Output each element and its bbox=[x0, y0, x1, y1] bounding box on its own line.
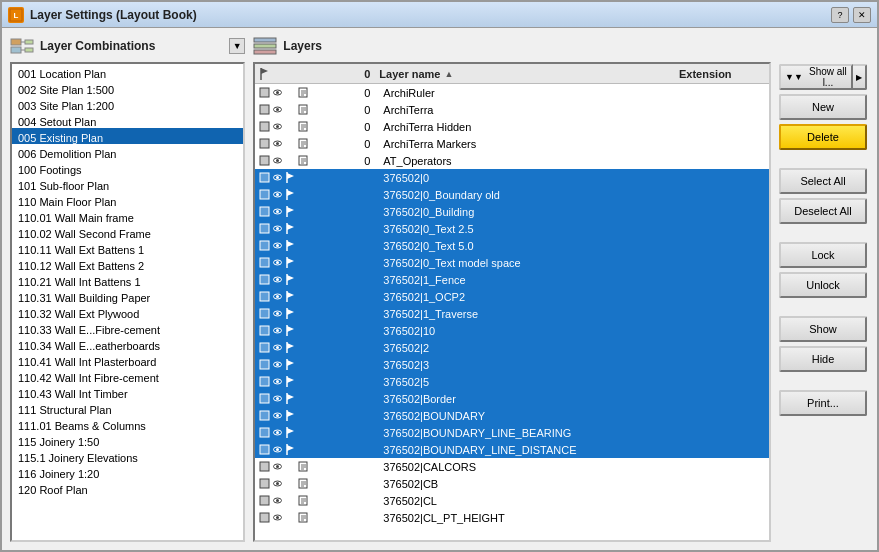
layer-row-11[interactable]: 376502|1_Fence bbox=[255, 271, 769, 288]
eye-icon[interactable] bbox=[272, 87, 283, 98]
show-all-button[interactable]: ▼▼ Show all l... bbox=[779, 64, 853, 90]
layer-combination-item-2[interactable]: 003 Site Plan 1:200 bbox=[12, 96, 243, 112]
layer-combination-item-22[interactable]: 111.01 Beams & Columns bbox=[12, 416, 243, 432]
layer-row-6[interactable]: 376502|0_Boundary old bbox=[255, 186, 769, 203]
layer-combination-item-19[interactable]: 110.42 Wall Int Fibre-cement bbox=[12, 368, 243, 384]
eye-icon[interactable] bbox=[272, 155, 283, 166]
eye-icon[interactable] bbox=[272, 308, 283, 319]
layer-row-8[interactable]: 376502|0_Text 2.5 bbox=[255, 220, 769, 237]
layer-combination-item-15[interactable]: 110.32 Wall Ext Plywood bbox=[12, 304, 243, 320]
eye-icon[interactable] bbox=[272, 240, 283, 251]
eye-icon[interactable] bbox=[272, 206, 283, 217]
layer-combination-item-12[interactable]: 110.12 Wall Ext Battens 2 bbox=[12, 256, 243, 272]
layer-combination-item-24[interactable]: 115.1 Joinery Elevations bbox=[12, 448, 243, 464]
layer-row-16[interactable]: 376502|3 bbox=[255, 356, 769, 373]
eye-icon[interactable] bbox=[272, 393, 283, 404]
layers-table[interactable]: 0 Layer name ▲ Extension bbox=[253, 62, 771, 542]
eye-icon[interactable] bbox=[272, 410, 283, 421]
print-button[interactable]: Print... bbox=[779, 390, 867, 416]
layer-row-24[interactable]: 376502|CL bbox=[255, 492, 769, 509]
layer-row-15[interactable]: 376502|2 bbox=[255, 339, 769, 356]
layer-row-20[interactable]: 376502|BOUNDARY_LINE_BEARING bbox=[255, 424, 769, 441]
layer-combination-item-14[interactable]: 110.31 Wall Building Paper bbox=[12, 288, 243, 304]
eye-icon[interactable] bbox=[272, 257, 283, 268]
layer-combination-item-5[interactable]: 006 Demolition Plan bbox=[12, 144, 243, 160]
layer-row-7[interactable]: 376502|0_Building bbox=[255, 203, 769, 220]
layer-row-23[interactable]: 376502|CB bbox=[255, 475, 769, 492]
layer-combination-item-17[interactable]: 110.34 Wall E...eatherboards bbox=[12, 336, 243, 352]
layer-row-14[interactable]: 376502|10 bbox=[255, 322, 769, 339]
layer-row-5[interactable]: 376502|0 bbox=[255, 169, 769, 186]
layer-combination-item-26[interactable]: 120 Roof Plan bbox=[12, 480, 243, 496]
layer-combination-item-20[interactable]: 110.43 Wall Int Timber bbox=[12, 384, 243, 400]
layer-combination-item-25[interactable]: 116 Joinery 1:20 bbox=[12, 464, 243, 480]
unlock-button[interactable]: Unlock bbox=[779, 272, 867, 298]
layer-combination-item-0[interactable]: 001 Location Plan bbox=[12, 64, 243, 80]
layer-row-3[interactable]: 0ArchiTerra Markers bbox=[255, 135, 769, 152]
eye-icon[interactable] bbox=[272, 461, 283, 472]
layer-row-25[interactable]: 376502|CL_PT_HEIGHT bbox=[255, 509, 769, 526]
layer-combination-item-8[interactable]: 110 Main Floor Plan bbox=[12, 192, 243, 208]
row-name-9: 376502|0_Text 5.0 bbox=[379, 240, 679, 252]
layer-row-18[interactable]: 376502|Border bbox=[255, 390, 769, 407]
layer-combination-item-4[interactable]: 005 Existing Plan bbox=[12, 128, 243, 144]
delete-button[interactable]: Delete bbox=[779, 124, 867, 150]
layer-combination-item-18[interactable]: 110.41 Wall Int Plasterboard bbox=[12, 352, 243, 368]
col-ext-label: Extension bbox=[679, 68, 732, 80]
layer-combination-item-6[interactable]: 100 Footings bbox=[12, 160, 243, 176]
help-button[interactable]: ? bbox=[831, 7, 849, 23]
layer-combination-item-11[interactable]: 110.11 Wall Ext Battens 1 bbox=[12, 240, 243, 256]
eye-icon[interactable] bbox=[272, 444, 283, 455]
eye-icon[interactable] bbox=[272, 427, 283, 438]
eye-icon[interactable] bbox=[272, 478, 283, 489]
layer-combination-item-10[interactable]: 110.02 Wall Second Frame bbox=[12, 224, 243, 240]
layer-row-1[interactable]: 0ArchiTerra bbox=[255, 101, 769, 118]
layer-row-13[interactable]: 376502|1_Traverse bbox=[255, 305, 769, 322]
show-all-dropdown-arrow[interactable]: ▶ bbox=[853, 64, 867, 90]
row-icons-21 bbox=[255, 444, 355, 455]
eye-icon[interactable] bbox=[272, 359, 283, 370]
select-all-button[interactable]: Select All bbox=[779, 168, 867, 194]
eye-icon[interactable] bbox=[272, 104, 283, 115]
layer-combination-item-9[interactable]: 110.01 Wall Main frame bbox=[12, 208, 243, 224]
layer-row-2[interactable]: 0ArchiTerra Hidden bbox=[255, 118, 769, 135]
lock-button[interactable]: Lock bbox=[779, 242, 867, 268]
eye-icon[interactable] bbox=[272, 495, 283, 506]
close-button[interactable]: ✕ bbox=[853, 7, 871, 23]
eye-icon[interactable] bbox=[272, 121, 283, 132]
deselect-all-button[interactable]: Deselect All bbox=[779, 198, 867, 224]
layer-row-19[interactable]: 376502|BOUNDARY bbox=[255, 407, 769, 424]
eye-icon[interactable] bbox=[272, 291, 283, 302]
layer-combination-item-7[interactable]: 101 Sub-floor Plan bbox=[12, 176, 243, 192]
layer-row-4[interactable]: 0AT_Operators bbox=[255, 152, 769, 169]
left-panel-dropdown[interactable]: ▼ bbox=[229, 38, 245, 54]
new-button[interactable]: New bbox=[779, 94, 867, 120]
layer-row-22[interactable]: 376502|CALCORS bbox=[255, 458, 769, 475]
svg-rect-78 bbox=[260, 275, 269, 284]
layer-row-21[interactable]: 376502|BOUNDARY_LINE_DISTANCE bbox=[255, 441, 769, 458]
eye-icon[interactable] bbox=[272, 325, 283, 336]
eye-icon[interactable] bbox=[272, 223, 283, 234]
eye-icon[interactable] bbox=[272, 512, 283, 523]
show-button[interactable]: Show bbox=[779, 316, 867, 342]
eye-icon[interactable] bbox=[272, 274, 283, 285]
layer-row-0[interactable]: 0ArchiRuler bbox=[255, 84, 769, 101]
layer-row-9[interactable]: 376502|0_Text 5.0 bbox=[255, 237, 769, 254]
eye-icon[interactable] bbox=[272, 189, 283, 200]
layer-combination-item-23[interactable]: 115 Joinery 1:50 bbox=[12, 432, 243, 448]
eye-icon[interactable] bbox=[272, 172, 283, 183]
layer-row-12[interactable]: 376502|1_OCP2 bbox=[255, 288, 769, 305]
layer-combination-item-21[interactable]: 111 Structural Plan bbox=[12, 400, 243, 416]
layer-combinations-list[interactable]: 001 Location Plan002 Site Plan 1:500003 … bbox=[10, 62, 245, 542]
eye-icon[interactable] bbox=[272, 342, 283, 353]
eye-icon[interactable] bbox=[272, 138, 283, 149]
layer-combination-item-13[interactable]: 110.21 Wall Int Battens 1 bbox=[12, 272, 243, 288]
hide-button[interactable]: Hide bbox=[779, 346, 867, 372]
layer-combination-item-1[interactable]: 002 Site Plan 1:500 bbox=[12, 80, 243, 96]
layer-combination-item-16[interactable]: 110.33 Wall E...Fibre-cement bbox=[12, 320, 243, 336]
layer-row-17[interactable]: 376502|5 bbox=[255, 373, 769, 390]
layer-row-10[interactable]: 376502|0_Text model space bbox=[255, 254, 769, 271]
spacer1 bbox=[779, 154, 869, 164]
eye-icon[interactable] bbox=[272, 376, 283, 387]
layer-combination-item-3[interactable]: 004 Setout Plan bbox=[12, 112, 243, 128]
